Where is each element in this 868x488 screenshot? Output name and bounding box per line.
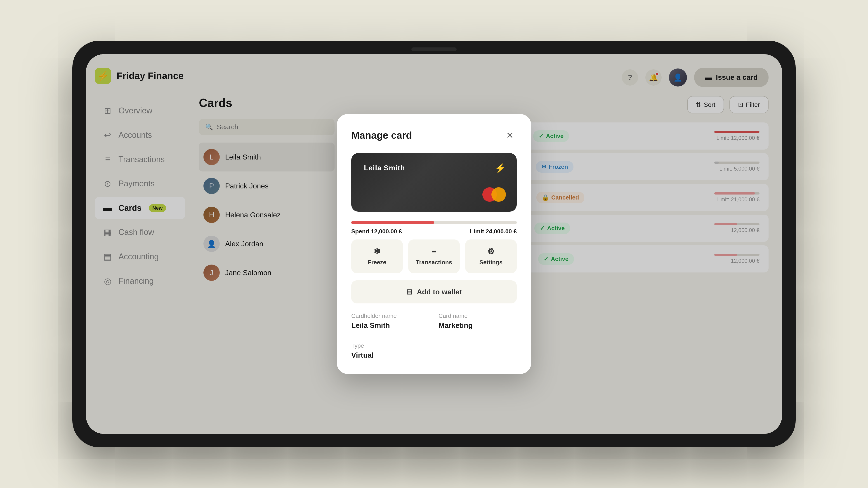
spend-progress-bar [351,221,517,224]
cardholder-value: Leila Smith [351,321,430,330]
transactions-icon: ≡ [432,247,436,256]
ff-symbol: ⚡ [495,163,506,173]
limit-value: 24,000.00 € [486,228,517,235]
settings-icon: ⚙ [487,247,495,256]
cardholder-info: Cardholder name Leila Smith [351,313,430,330]
transactions-label: Transactions [416,259,452,266]
card-name-value: Marketing [438,321,517,330]
spend-labels: Spend 12,000.00 € Limit 24,000.00 € [351,228,517,235]
modal-close-button[interactable]: ✕ [503,129,517,142]
modal-header: Manage card ✕ [351,129,517,142]
type-info: Type Virtual [351,342,430,359]
wallet-icon: ⊟ [406,288,412,296]
modal-overlay[interactable]: Manage card ✕ Leila Smith ⚡ [86,54,782,434]
card-action-row: ❄ Freeze ≡ Transactions ⚙ Settings [351,239,517,273]
type-value: Virtual [351,351,430,359]
limit-prefix: Limit [470,228,484,235]
ff-logo-on-card: ⚡ [495,163,506,173]
spend-prefix: Spend [351,228,369,235]
freeze-icon: ❄ [374,247,380,256]
freeze-button[interactable]: ❄ Freeze [351,239,403,273]
card-holder-display: Leila Smith [364,164,504,172]
add-to-wallet-button[interactable]: ⊟ Add to wallet [351,281,517,303]
spend-bar-section: Spend 12,000.00 € Limit 24,000.00 € [351,221,517,235]
spend-value: 12,000.00 € [371,228,402,235]
mastercard-logo [483,187,506,202]
freeze-label: Freeze [368,259,386,266]
wallet-label: Add to wallet [417,288,462,296]
screen: ⚡ Friday Finance ⊞ Overview ↩ Accounts ≡… [86,54,782,434]
limit-amount-label: Limit 24,000.00 € [470,228,517,235]
manage-card-modal: Manage card ✕ Leila Smith ⚡ [337,114,531,374]
type-label: Type [351,342,430,349]
card-visual: Leila Smith ⚡ [351,153,517,212]
spend-amount-label: Spend 12,000.00 € [351,228,402,235]
card-info-grid: Cardholder name Leila Smith Card name Ma… [351,313,517,359]
device-camera [411,47,457,51]
settings-button[interactable]: ⚙ Settings [465,239,517,273]
card-name-label: Card name [438,313,517,320]
mc-yellow-circle [491,187,506,202]
cardholder-label: Cardholder name [351,313,430,320]
transactions-button[interactable]: ≡ Transactions [408,239,460,273]
modal-title: Manage card [351,130,412,141]
spend-fill [351,221,434,224]
device-frame: ⚡ Friday Finance ⊞ Overview ↩ Accounts ≡… [72,41,796,447]
settings-label: Settings [479,259,503,266]
cardname-info: Card name Marketing [438,313,517,330]
